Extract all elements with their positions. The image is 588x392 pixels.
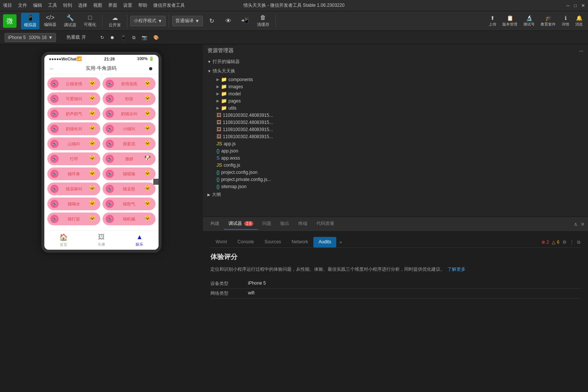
detail-button[interactable]: ℹ 详情: [559, 14, 571, 29]
sound-btn-gongmao[interactable]: 🔊 公猫发情 🐱: [47, 77, 100, 90]
panel-expand-icon[interactable]: ⧉: [577, 240, 580, 245]
explorer-more-icon[interactable]: ···: [579, 48, 583, 54]
sound-btn-weiweiqu[interactable]: 🔊 很委屈 🐱: [103, 137, 156, 150]
tab-build[interactable]: 构建: [206, 218, 224, 230]
screenshot-icon[interactable]: 📷: [142, 35, 147, 40]
file-img-1[interactable]: 🖼 1108100302.48083915...: [206, 112, 588, 119]
message-button[interactable]: 🔔 消息: [573, 14, 585, 29]
realtest-button[interactable]: 📲: [237, 15, 252, 26]
subtab-more[interactable]: »: [336, 237, 345, 247]
subtab-console[interactable]: Console: [232, 237, 259, 247]
sound-btn-maohengbi[interactable]: 🔊 猫哼鼻 🐱: [47, 167, 100, 180]
upload-button[interactable]: ⬆ 上传: [487, 14, 499, 29]
folder-images[interactable]: ▶ 📁 images: [206, 83, 588, 90]
editor-button[interactable]: </> 编辑器: [41, 13, 59, 29]
menu-item-devtools[interactable]: 微信开发者工具: [153, 2, 185, 9]
folder-model[interactable]: ▶ 📁 model: [206, 90, 588, 97]
menu-item-select[interactable]: 选择: [78, 2, 87, 9]
debugger-button[interactable]: 🔧 调试器: [61, 13, 79, 29]
sound-btn-naimaochangjiao[interactable]: 🔊 奶猫长叫 🐱: [47, 122, 100, 135]
file-projectprivatejson[interactable]: {} project.private.config.js...: [206, 176, 588, 183]
sound-btn-keaimiaojiao[interactable]: 🔊 可爱猫叫 🐱: [47, 92, 100, 105]
subtab-audits[interactable]: Audits: [313, 237, 336, 247]
sound-btn-maodajia[interactable]: 🔊 猫打架 🐱: [47, 213, 100, 225]
menu-item-interface[interactable]: 界面: [108, 2, 117, 9]
refresh-button[interactable]: ↻: [204, 16, 219, 26]
sound-btn-naimaojian[interactable]: 🔊 奶猫尖叫 🐱: [103, 107, 156, 120]
sound-btn-maonuqi[interactable]: 🔊 猫怒气 🐱: [103, 198, 156, 210]
file-configjs[interactable]: JS config.js: [206, 161, 588, 169]
file-appwxss[interactable]: S app.wxss: [206, 154, 588, 161]
menu-item-settings[interactable]: 设置: [123, 2, 132, 9]
subtab-sources[interactable]: Sources: [259, 237, 286, 247]
sound-btn-maoheshui[interactable]: 🔊 猫喝水 🐱: [47, 198, 100, 210]
test-button[interactable]: 🔬 测试号: [521, 14, 537, 29]
close-button[interactable]: ✕: [581, 3, 585, 8]
folder-components[interactable]: ▶ 📁 components: [206, 76, 588, 83]
sound-btn-nainai[interactable]: 🔊 奶声奶气 🐱: [47, 107, 100, 120]
cloud-button[interactable]: ☁ 云开发: [106, 13, 124, 29]
menu-item-file[interactable]: 文件: [18, 2, 27, 9]
nav-home[interactable]: 🏠 首页: [44, 231, 82, 250]
phone-icon[interactable]: 📱: [121, 35, 126, 40]
clearcache-button[interactable]: 🗑 清缓存: [254, 13, 272, 29]
sound-btn-dahu[interactable]: 🔊 打呼 🐱: [47, 152, 100, 165]
folder-utils[interactable]: ▶ 📁 utils: [206, 104, 588, 112]
tab-codequality[interactable]: 代码质量: [312, 218, 339, 230]
file-img-2[interactable]: 🖼 1108100302.48083915...: [206, 119, 588, 126]
menu-item-tools[interactable]: 工具: [48, 2, 57, 9]
sound-btn-shanmao[interactable]: 🔊 山猫叫 🐱: [47, 137, 100, 150]
maximize-button[interactable]: □: [574, 3, 577, 8]
tab-output[interactable]: 输出: [276, 218, 294, 230]
visualize-button[interactable]: □ 可视化: [81, 13, 99, 29]
menu-item-goto[interactable]: 转到: [63, 2, 72, 9]
audit-learn-more-link[interactable]: 了解更多: [447, 267, 466, 272]
preview-button[interactable]: 👁: [221, 16, 236, 26]
record-icon[interactable]: ⏺: [110, 35, 115, 40]
split-icon[interactable]: ⧉: [132, 35, 136, 40]
rotate-icon[interactable]: ↻: [100, 35, 104, 40]
more-options-icon[interactable]: ⋮: [570, 240, 574, 245]
sound-btn-maojixie[interactable]: 🔊 猫机械 🐱: [103, 213, 156, 225]
simulator-button[interactable]: 📱 模拟器: [21, 13, 39, 29]
version-button[interactable]: 📋 版本管理: [500, 14, 520, 29]
settings-icon[interactable]: ⚙: [562, 240, 567, 245]
tab-debugger[interactable]: 调试器 2.6: [224, 218, 258, 230]
compile-dropdown[interactable]: 普通编译 ▼: [172, 16, 203, 26]
file-sitemapjson[interactable]: {} sitemap.json: [206, 183, 588, 190]
sound-btn-faqingdijie[interactable]: 🔊 发情低吼 🐱: [103, 77, 156, 90]
file-appjs[interactable]: JS app.js: [206, 140, 588, 147]
menu-item-help[interactable]: 帮助: [138, 2, 147, 9]
open-editors-section[interactable]: ▼ 打开的编辑器: [203, 57, 588, 66]
debug-expand-icon[interactable]: ∧: [574, 221, 577, 227]
sound-btn-maoaijiao[interactable]: 🔊 猫哀嗥叫 🐱: [47, 182, 100, 195]
file-appjson[interactable]: {} app.json: [206, 147, 588, 154]
nav-entertainment[interactable]: ▲ 娱乐: [121, 231, 159, 250]
switch-language-tag[interactable]: 切换注语: [153, 179, 162, 185]
tab-terminal[interactable]: 终端: [294, 218, 312, 230]
debug-close-icon[interactable]: ✕: [580, 221, 585, 227]
nav-avatar[interactable]: 🖼 头像: [82, 231, 120, 250]
menu-item-project[interactable]: 项目: [3, 2, 12, 9]
sound-btn-maoainu[interactable]: 🔊 猫哀怒 🐱: [103, 182, 156, 195]
menu-item-view[interactable]: 视图: [93, 2, 102, 9]
subtab-wxml[interactable]: Wxml: [210, 237, 232, 247]
file-projectconfigjson[interactable]: {} project.config.json: [206, 169, 588, 176]
phone-record-btn[interactable]: ⏺: [148, 66, 153, 71]
phone-menu-dots[interactable]: ···: [50, 66, 54, 71]
sound-btn-maonienian[interactable]: 🔊 猫呢喃 🐱: [103, 167, 156, 180]
sound-btn-sajiao[interactable]: 🔊 撒娇 🐶: [103, 152, 156, 165]
menu-item-edit[interactable]: 编辑: [33, 2, 42, 9]
file-img-4[interactable]: 🖼 1108100302.48083915...: [206, 133, 588, 140]
paint-icon[interactable]: 🎨: [153, 35, 159, 40]
hotreload-toggle[interactable]: 热重载 开: [67, 34, 86, 41]
sound-btn-xiaomiaojiao[interactable]: 🔊 小猫叫 🐱: [103, 122, 156, 135]
education-button[interactable]: 🎓 教育套件: [538, 14, 558, 29]
subtab-network[interactable]: Network: [286, 237, 313, 247]
device-selector[interactable]: iPhone 5 100% 16 ▼: [5, 33, 56, 42]
tab-issues[interactable]: 问题: [258, 218, 276, 230]
project-section[interactable]: ▼ 情头天天换: [203, 66, 588, 76]
mode-dropdown[interactable]: 小程序模式 ▼: [130, 16, 166, 26]
outline-section[interactable]: ▶ 大纲: [203, 190, 588, 199]
folder-pages[interactable]: ▶ 📁 pages: [206, 97, 588, 104]
